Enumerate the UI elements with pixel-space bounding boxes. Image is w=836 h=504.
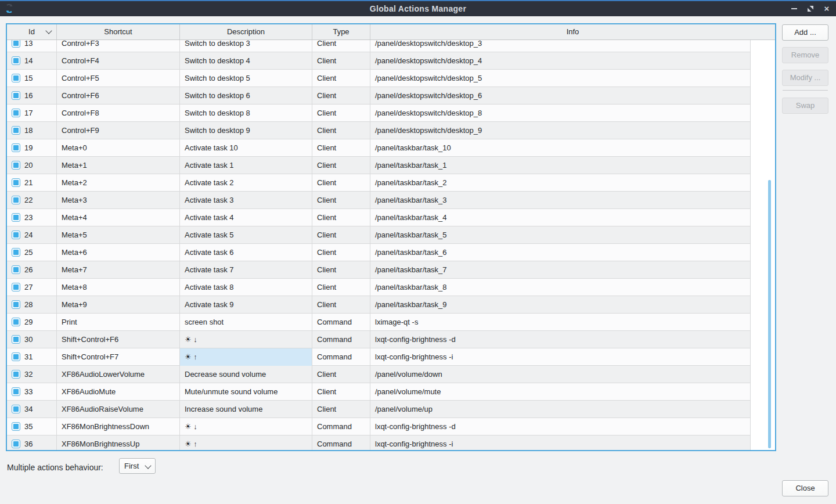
id-cell[interactable]: 20 xyxy=(7,157,57,174)
description-cell[interactable]: Activate task 1 xyxy=(180,157,312,174)
info-cell[interactable]: /panel/desktopswitch/desktop_9 xyxy=(370,122,751,139)
description-cell[interactable]: Switch to desktop 8 xyxy=(180,105,312,122)
description-cell[interactable]: ☀ ↓ xyxy=(180,331,312,348)
id-cell[interactable]: 18 xyxy=(7,122,57,139)
multiple-actions-combobox[interactable]: First xyxy=(119,458,156,474)
info-cell[interactable]: lximage-qt -s xyxy=(370,314,751,331)
type-cell[interactable]: Client xyxy=(312,174,370,192)
row-checkbox[interactable] xyxy=(12,56,20,65)
description-cell[interactable]: Switch to desktop 9 xyxy=(180,122,312,139)
description-cell[interactable]: ☀ ↑ xyxy=(180,348,312,366)
type-cell[interactable]: Command xyxy=(312,418,370,435)
shortcut-cell[interactable]: Meta+8 xyxy=(57,279,180,296)
type-cell[interactable]: Client xyxy=(312,157,370,174)
table-row[interactable]: 21 Meta+2 Activate task 2 Client /panel/… xyxy=(7,174,751,192)
info-cell[interactable]: /panel/taskbar/task_1 xyxy=(370,157,751,174)
type-cell[interactable]: Command xyxy=(312,331,370,348)
column-header-description[interactable]: Description xyxy=(180,24,312,39)
description-cell[interactable]: Switch to desktop 5 xyxy=(180,70,312,87)
row-checkbox[interactable] xyxy=(12,231,20,239)
description-cell[interactable]: Switch to desktop 4 xyxy=(180,52,312,70)
row-checkbox[interactable] xyxy=(12,440,20,448)
shortcut-cell[interactable]: XF86AudioMute xyxy=(57,383,180,401)
info-cell[interactable]: /panel/taskbar/task_5 xyxy=(370,226,751,244)
info-cell[interactable]: /panel/desktopswitch/desktop_5 xyxy=(370,70,751,87)
id-cell[interactable]: 26 xyxy=(7,261,57,279)
id-cell[interactable]: 22 xyxy=(7,192,57,209)
info-cell[interactable]: /panel/taskbar/task_7 xyxy=(370,261,751,279)
table-row[interactable]: 22 Meta+3 Activate task 3 Client /panel/… xyxy=(7,192,751,209)
modify-button[interactable]: Modify ... xyxy=(782,70,828,86)
vertical-scrollbar[interactable] xyxy=(768,180,771,448)
info-cell[interactable]: /panel/desktopswitch/desktop_6 xyxy=(370,87,751,105)
minimize-button[interactable] xyxy=(790,4,799,13)
info-cell[interactable]: /panel/desktopswitch/desktop_8 xyxy=(370,105,751,122)
type-cell[interactable]: Command xyxy=(312,348,370,366)
description-cell[interactable]: Switch to desktop 6 xyxy=(180,87,312,105)
row-checkbox[interactable] xyxy=(12,300,20,309)
id-cell[interactable]: 15 xyxy=(7,70,57,87)
info-cell[interactable]: /panel/taskbar/task_4 xyxy=(370,209,751,226)
info-cell[interactable]: /panel/taskbar/task_9 xyxy=(370,296,751,314)
shortcut-cell[interactable]: Meta+6 xyxy=(57,244,180,261)
shortcut-cell[interactable]: Meta+0 xyxy=(57,139,180,157)
description-cell[interactable]: Increase sound volume xyxy=(180,401,312,418)
info-cell[interactable]: lxqt-config-brightness -i xyxy=(370,435,751,451)
type-cell[interactable]: Client xyxy=(312,122,370,139)
id-cell[interactable]: 19 xyxy=(7,139,57,157)
id-cell[interactable]: 35 xyxy=(7,418,57,435)
row-checkbox[interactable] xyxy=(12,109,20,117)
shortcut-cell[interactable]: XF86MonBrightnessDown xyxy=(57,418,180,435)
type-cell[interactable]: Client xyxy=(312,366,370,383)
description-cell[interactable]: Activate task 10 xyxy=(180,139,312,157)
close-button[interactable]: Close xyxy=(782,480,828,496)
row-checkbox[interactable] xyxy=(12,318,20,326)
shortcut-cell[interactable]: Meta+3 xyxy=(57,192,180,209)
shortcut-cell[interactable]: Control+F6 xyxy=(57,87,180,105)
shortcut-cell[interactable]: Meta+9 xyxy=(57,296,180,314)
id-cell[interactable]: 36 xyxy=(7,435,57,451)
table-row[interactable]: 35 XF86MonBrightnessDown ☀ ↓ Command lxq… xyxy=(7,418,751,435)
table-row[interactable]: 30 Shift+Control+F6 ☀ ↓ Command lxqt-con… xyxy=(7,331,751,348)
type-cell[interactable]: Client xyxy=(312,70,370,87)
description-cell[interactable]: Activate task 5 xyxy=(180,226,312,244)
type-cell[interactable]: Command xyxy=(312,435,370,451)
table-row[interactable]: 33 XF86AudioMute Mute/unmute sound volum… xyxy=(7,383,751,401)
type-cell[interactable]: Client xyxy=(312,226,370,244)
row-checkbox[interactable] xyxy=(12,213,20,222)
table-row[interactable]: 15 Control+F5 Switch to desktop 5 Client… xyxy=(7,70,751,87)
row-checkbox[interactable] xyxy=(12,422,20,431)
table-row[interactable]: 20 Meta+1 Activate task 1 Client /panel/… xyxy=(7,157,751,174)
description-cell[interactable]: screen shot xyxy=(180,314,312,331)
column-header-id[interactable]: Id xyxy=(7,24,57,39)
table-row[interactable]: 25 Meta+6 Activate task 6 Client /panel/… xyxy=(7,244,751,261)
type-cell[interactable]: Client xyxy=(312,105,370,122)
id-cell[interactable]: 21 xyxy=(7,174,57,192)
shortcut-cell[interactable]: Control+F9 xyxy=(57,122,180,139)
table-row[interactable]: 17 Control+F8 Switch to desktop 8 Client… xyxy=(7,105,751,122)
row-checkbox[interactable] xyxy=(12,196,20,204)
type-cell[interactable]: Client xyxy=(312,383,370,401)
id-cell[interactable]: 28 xyxy=(7,296,57,314)
column-header-shortcut[interactable]: Shortcut xyxy=(57,24,180,39)
row-checkbox[interactable] xyxy=(12,370,20,379)
description-cell[interactable]: Activate task 8 xyxy=(180,279,312,296)
info-cell[interactable]: /panel/taskbar/task_3 xyxy=(370,192,751,209)
id-cell[interactable]: 25 xyxy=(7,244,57,261)
row-checkbox[interactable] xyxy=(12,248,20,257)
shortcut-cell[interactable]: Meta+1 xyxy=(57,157,180,174)
row-checkbox[interactable] xyxy=(12,283,20,291)
row-checkbox[interactable] xyxy=(12,178,20,187)
id-cell[interactable]: 17 xyxy=(7,105,57,122)
description-cell[interactable]: Activate task 9 xyxy=(180,296,312,314)
description-cell[interactable]: Mute/unmute sound volume xyxy=(180,383,312,401)
info-cell[interactable]: lxqt-config-brightness -i xyxy=(370,348,751,366)
info-cell[interactable]: /panel/volume/up xyxy=(370,401,751,418)
info-cell[interactable]: /panel/volume/down xyxy=(370,366,751,383)
table-row[interactable]: 29 Print screen shot Command lximage-qt … xyxy=(7,314,751,331)
description-cell[interactable]: Activate task 2 xyxy=(180,174,312,192)
row-checkbox[interactable] xyxy=(12,405,20,413)
id-cell[interactable]: 24 xyxy=(7,226,57,244)
shortcut-cell[interactable]: Shift+Control+F6 xyxy=(57,331,180,348)
info-cell[interactable]: /panel/taskbar/task_6 xyxy=(370,244,751,261)
